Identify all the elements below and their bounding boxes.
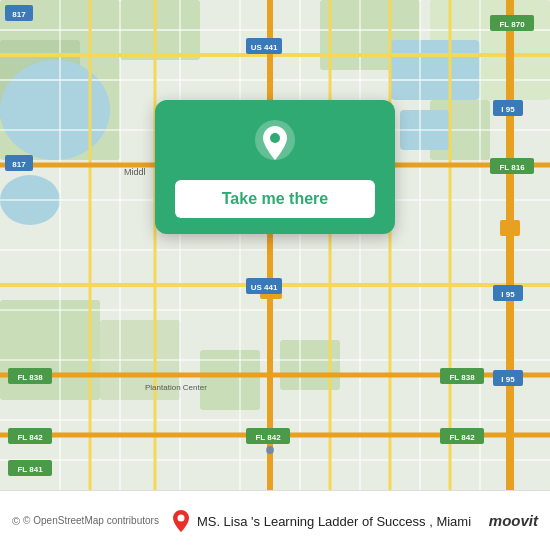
svg-rect-7 xyxy=(0,300,100,400)
svg-rect-49 xyxy=(500,220,520,236)
svg-point-82 xyxy=(266,446,274,454)
bottom-bar: © © OpenStreetMap contributors MS. Lisa … xyxy=(0,490,550,550)
svg-point-11 xyxy=(0,60,110,160)
cta-card: Take me there xyxy=(155,100,395,234)
svg-point-84 xyxy=(270,133,280,143)
svg-rect-9 xyxy=(200,350,260,410)
svg-text:FL 816: FL 816 xyxy=(499,163,525,172)
svg-rect-13 xyxy=(390,40,480,100)
place-name: MS. Lisa 's Learning Ladder of Success ,… xyxy=(197,514,471,529)
svg-text:FL 870: FL 870 xyxy=(499,20,525,29)
svg-text:I 95: I 95 xyxy=(501,375,515,384)
svg-text:Plantation Center: Plantation Center xyxy=(145,383,207,392)
svg-text:FL 838: FL 838 xyxy=(449,373,475,382)
svg-text:FL 841: FL 841 xyxy=(17,465,43,474)
svg-text:817: 817 xyxy=(12,10,26,19)
copyright-symbol: © xyxy=(12,515,20,527)
place-info: MS. Lisa 's Learning Ladder of Success ,… xyxy=(171,509,538,533)
place-name-text: MS. Lisa 's Learning Ladder of Success xyxy=(197,514,426,529)
svg-text:FL 842: FL 842 xyxy=(449,433,475,442)
svg-text:817: 817 xyxy=(12,160,26,169)
location-pin-icon xyxy=(251,120,299,168)
map-attribution: © © OpenStreetMap contributors xyxy=(12,515,159,527)
svg-point-85 xyxy=(177,514,184,521)
svg-text:FL 842: FL 842 xyxy=(255,433,281,442)
svg-text:I 95: I 95 xyxy=(501,290,515,299)
svg-text:US 441: US 441 xyxy=(251,43,278,52)
map-area: US 441 US 441 FL 870 FL 816 I 95 I 95 I … xyxy=(0,0,550,490)
svg-text:US 441: US 441 xyxy=(251,283,278,292)
city-text: Miami xyxy=(436,514,471,529)
moovit-text: moovit xyxy=(489,512,538,529)
moovit-pin-icon xyxy=(171,509,191,533)
svg-text:FL 842: FL 842 xyxy=(17,433,43,442)
moovit-logo: moovit xyxy=(489,512,538,529)
take-me-there-button[interactable]: Take me there xyxy=(175,180,375,218)
svg-text:I 95: I 95 xyxy=(501,105,515,114)
attribution-text: © OpenStreetMap contributors xyxy=(23,515,159,526)
svg-text:FL 838: FL 838 xyxy=(17,373,43,382)
svg-text:Middl: Middl xyxy=(124,167,146,177)
